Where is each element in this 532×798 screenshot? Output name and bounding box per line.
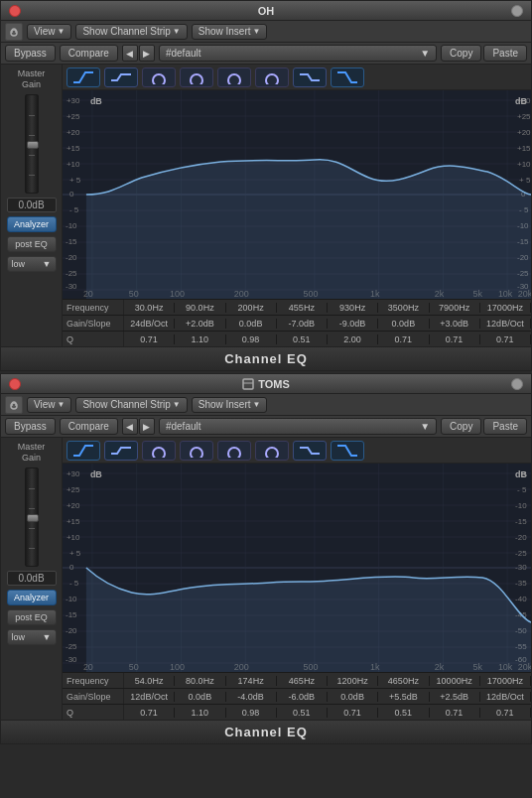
toms-show-channel-strip-btn[interactable]: Show Channel Strip ▼: [75, 397, 187, 413]
oh-eq-svg: 20 50 100 200 500 1k 2k 5k 10k 20k +30 +…: [63, 90, 531, 299]
toms-copy-btn[interactable]: Copy: [441, 418, 481, 435]
oh-show-insert-btn[interactable]: Show Insert ▼: [192, 24, 268, 40]
oh-freq-val-5: 930Hz: [328, 303, 378, 313]
toms-band-btn-5[interactable]: [217, 441, 251, 461]
toms-post-eq-btn[interactable]: post EQ: [7, 609, 57, 625]
toms-footer: Channel EQ: [1, 720, 531, 743]
oh-analyzer-btn[interactable]: Analyzer: [7, 216, 57, 232]
toms-close-btn[interactable]: [9, 378, 21, 390]
toms-copy-paste: Copy Paste: [441, 418, 527, 435]
oh-tick-1: [29, 115, 35, 116]
oh-eq-graph[interactable]: 20 50 100 200 500 1k 2k 5k 10k 20k +30 +…: [63, 90, 531, 299]
oh-freq-val-6: 3500Hz: [378, 303, 429, 313]
toms-minimize-btn[interactable]: [511, 378, 523, 390]
toms-q-values: 0.71 1.10 0.98 0.51 0.71 0.51 0.71 0.71: [124, 708, 531, 718]
toms-band-btn-3[interactable]: [142, 441, 176, 461]
svg-text:-15: -15: [66, 237, 77, 246]
svg-text:-15: -15: [515, 517, 527, 526]
toms-freq-val-1: 54.0Hz: [124, 676, 175, 686]
oh-paste-btn[interactable]: Paste: [483, 45, 527, 62]
toms-prev-arrow[interactable]: ◀: [122, 418, 138, 435]
toms-eq-graph[interactable]: 20 50 100 200 500 1k 2k 5k 10k 20k +30 +…: [63, 464, 531, 672]
toms-band-btn-4[interactable]: [180, 441, 213, 461]
oh-q-label: Q: [63, 332, 124, 346]
oh-tick-4: [29, 175, 35, 176]
oh-band-btn-7[interactable]: [293, 67, 327, 87]
toms-q-val-8: 0.71: [480, 708, 531, 718]
svg-text:dB: dB: [90, 469, 102, 479]
oh-minimize-btn[interactable]: [511, 5, 523, 17]
toms-paste-btn[interactable]: Paste: [483, 418, 527, 435]
toms-gain-val-4: -6.0dB: [277, 692, 328, 702]
toms-freq-val-2: 80.0Hz: [175, 676, 225, 686]
toms-show-insert-btn[interactable]: Show Insert ▼: [192, 397, 268, 413]
toms-analyzer-btn[interactable]: Analyzer: [7, 590, 57, 605]
oh-next-arrow[interactable]: ▶: [139, 45, 155, 62]
toms-fader-track[interactable]: [25, 467, 39, 567]
oh-band-btn-2[interactable]: [104, 67, 138, 87]
toms-bypass-btn[interactable]: Bypass: [5, 418, 56, 435]
oh-q-val-4: 0.51: [277, 334, 328, 344]
oh-copy-btn[interactable]: Copy: [441, 45, 481, 62]
oh-master-gain-label: MasterGain: [18, 68, 46, 90]
toms-tick-3: [29, 528, 35, 529]
toms-band-btn-8[interactable]: [331, 441, 364, 461]
oh-fader-knob[interactable]: [27, 141, 39, 149]
oh-bypass-btn[interactable]: Bypass: [5, 45, 56, 62]
svg-text:+10: +10: [517, 160, 531, 169]
toms-band-btn-1[interactable]: [66, 441, 100, 461]
oh-title-bar: OH: [1, 1, 531, 21]
oh-info-grid: Frequency 30.0Hz 90.0Hz 200Hz 455Hz 930H…: [63, 299, 531, 346]
svg-text:-10: -10: [66, 221, 77, 230]
toms-freq-label: Frequency: [63, 673, 124, 688]
oh-fader-track[interactable]: [25, 94, 39, 194]
toms-preset-select[interactable]: #default ▼: [159, 418, 437, 435]
oh-q-val-6: 0.71: [378, 334, 429, 344]
oh-preset-select[interactable]: #default ▼: [159, 45, 437, 62]
toms-band-btn-7[interactable]: [293, 441, 327, 461]
oh-gain-val-3: 0.0dB: [226, 319, 277, 329]
svg-rect-64: [243, 379, 253, 389]
oh-lock-icon[interactable]: [5, 23, 23, 41]
oh-nav-arrows: ◀ ▶: [122, 45, 155, 62]
toms-q-row: Q 0.71 1.10 0.98 0.51 0.71 0.51 0.71 0.7…: [63, 704, 531, 720]
toms-low-select[interactable]: low ▼: [7, 629, 57, 645]
svg-text:-40: -40: [515, 595, 527, 603]
oh-band-btn-1[interactable]: [66, 67, 100, 87]
toms-icon: [242, 378, 254, 390]
oh-post-eq-btn[interactable]: post EQ: [7, 236, 57, 252]
toms-lock-icon[interactable]: [5, 396, 23, 414]
svg-text:-20: -20: [66, 253, 77, 262]
oh-freq-val-2: 90.0Hz: [175, 303, 225, 313]
toms-fader-knob[interactable]: [27, 514, 39, 522]
toms-q-val-6: 0.51: [378, 708, 429, 718]
oh-show-channel-strip-btn[interactable]: Show Channel Strip ▼: [75, 24, 187, 40]
toms-left-panel: MasterGain 0.0dB Analyzer post EQ low ▼: [1, 438, 63, 720]
toms-title-bar: TOMS: [1, 374, 531, 394]
svg-text:- 5: - 5: [69, 205, 79, 214]
oh-compare-btn[interactable]: Compare: [60, 45, 118, 62]
oh-band-btn-6[interactable]: [255, 67, 289, 87]
toms-q-val-7: 0.71: [430, 708, 480, 718]
svg-text:dB: dB: [515, 96, 527, 106]
oh-band-btn-3[interactable]: [142, 67, 176, 87]
oh-band-btn-8[interactable]: [331, 67, 364, 87]
svg-text:+20: +20: [517, 128, 531, 137]
toms-next-arrow[interactable]: ▶: [139, 418, 155, 435]
oh-view-btn[interactable]: View ▼: [27, 24, 71, 40]
oh-q-val-2: 1.10: [175, 334, 225, 344]
oh-band-btn-5[interactable]: [217, 67, 251, 87]
svg-point-68: [191, 448, 202, 458]
toms-band-btn-2[interactable]: [104, 441, 138, 461]
oh-close-btn[interactable]: [9, 5, 21, 17]
svg-text:-30: -30: [66, 655, 77, 664]
toms-compare-btn[interactable]: Compare: [60, 418, 118, 435]
toms-view-btn[interactable]: View ▼: [27, 397, 71, 413]
oh-band-btn-4[interactable]: [180, 67, 213, 87]
svg-text:-25: -25: [66, 269, 77, 278]
toms-band-btn-6[interactable]: [255, 441, 289, 461]
toms-nav-arrows: ◀ ▶: [122, 418, 155, 435]
oh-eq-display: 20 50 100 200 500 1k 2k 5k 10k 20k +30 +…: [63, 65, 531, 346]
oh-prev-arrow[interactable]: ◀: [122, 45, 138, 62]
oh-low-select[interactable]: low ▼: [7, 256, 57, 272]
